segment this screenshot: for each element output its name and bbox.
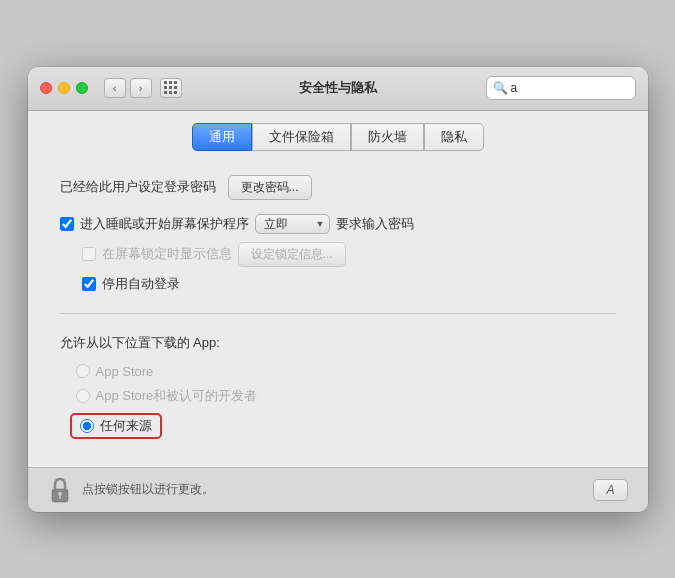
- touch-id-label: A: [606, 483, 614, 497]
- nav-buttons: ‹ ›: [104, 78, 152, 98]
- sleep-label: 进入睡眠或开始屏幕保护程序: [80, 215, 249, 233]
- radio-app-store-label: App Store: [96, 364, 154, 379]
- password-label: 已经给此用户设定登录密码: [60, 178, 216, 196]
- tab-general[interactable]: 通用: [192, 123, 252, 151]
- auto-login-checkbox[interactable]: [82, 277, 96, 291]
- lock-screen-label: 在屏幕锁定时显示信息: [102, 245, 232, 263]
- minimize-button[interactable]: [58, 82, 70, 94]
- tab-filevault[interactable]: 文件保险箱: [252, 123, 351, 151]
- radio-app-store[interactable]: [76, 364, 90, 378]
- set-lock-info-button[interactable]: 设定锁定信息...: [238, 242, 346, 267]
- traffic-lights: [40, 82, 88, 94]
- lock-screen-row: 在屏幕锁定时显示信息 设定锁定信息...: [82, 242, 616, 267]
- search-input[interactable]: [511, 81, 648, 95]
- lock-screen-checkbox[interactable]: [82, 247, 96, 261]
- tab-firewall[interactable]: 防火墙: [351, 123, 424, 151]
- maximize-button[interactable]: [76, 82, 88, 94]
- require-password-label: 要求输入密码: [336, 215, 414, 233]
- allow-section: 允许从以下位置下载的 App: App Store App Store和被认可的…: [60, 334, 616, 447]
- auto-login-row: 停用自动登录: [82, 275, 616, 293]
- back-button[interactable]: ‹: [104, 78, 126, 98]
- radio-app-store-dev-row: App Store和被认可的开发者: [76, 387, 616, 405]
- radio-app-store-row: App Store: [76, 364, 616, 379]
- lock-icon-container[interactable]: [48, 476, 72, 504]
- close-button[interactable]: [40, 82, 52, 94]
- svg-point-1: [58, 492, 62, 496]
- forward-button[interactable]: ›: [130, 78, 152, 98]
- tab-privacy[interactable]: 隐私: [424, 123, 484, 151]
- allow-title: 允许从以下位置下载的 App:: [60, 334, 616, 352]
- main-window: ‹ › 安全性与隐私 🔍 ✕ 通用 文件保险箱 防火墙 隐私 已经给此用户设定登…: [28, 67, 648, 512]
- lock-icon: [49, 476, 71, 504]
- sleep-dropdown[interactable]: 立即 5分钟后 1小时后: [255, 214, 330, 234]
- tabs: 通用 文件保险箱 防火墙 隐私: [28, 111, 648, 159]
- search-icon: 🔍: [493, 81, 508, 95]
- radio-anywhere[interactable]: [80, 419, 94, 433]
- radio-app-store-dev-label: App Store和被认可的开发者: [96, 387, 258, 405]
- bottom-bar: 点按锁按钮以进行更改。 A: [28, 467, 648, 512]
- grid-button[interactable]: [160, 78, 182, 98]
- grid-icon: [164, 81, 178, 95]
- search-bar: 🔍 ✕: [486, 76, 636, 100]
- radio-anywhere-row: 任何来源: [70, 413, 162, 439]
- password-section: 已经给此用户设定登录密码 更改密码...: [60, 175, 616, 200]
- sleep-checkbox[interactable]: [60, 217, 74, 231]
- content-area: 已经给此用户设定登录密码 更改密码... 进入睡眠或开始屏幕保护程序 立即 5分…: [28, 159, 648, 467]
- bottom-text: 点按锁按钮以进行更改。: [82, 481, 584, 498]
- section-divider: [60, 313, 616, 314]
- auto-login-label: 停用自动登录: [102, 275, 180, 293]
- sleep-dropdown-wrapper: 立即 5分钟后 1小时后 ▼: [255, 214, 330, 234]
- window-title: 安全性与隐私: [299, 79, 377, 97]
- titlebar: ‹ › 安全性与隐私 🔍 ✕: [28, 67, 648, 111]
- change-password-button[interactable]: 更改密码...: [228, 175, 312, 200]
- sleep-row: 进入睡眠或开始屏幕保护程序 立即 5分钟后 1小时后 ▼ 要求输入密码: [60, 214, 616, 234]
- touch-id-button[interactable]: A: [593, 479, 627, 501]
- radio-app-store-dev[interactable]: [76, 389, 90, 403]
- radio-anywhere-label: 任何来源: [100, 417, 152, 435]
